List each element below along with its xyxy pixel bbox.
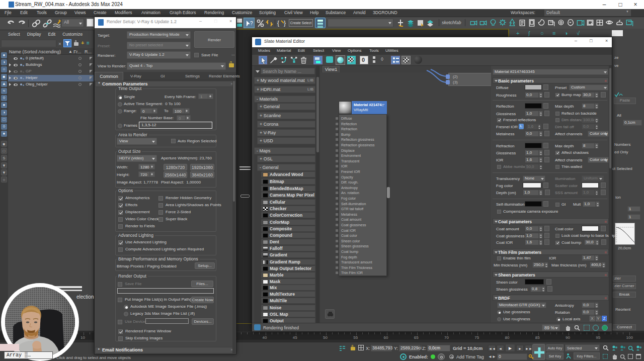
svg-text:?: ? [250, 21, 253, 26]
svg-text:{: { [277, 20, 279, 27]
svg-text:}: } [284, 20, 286, 27]
